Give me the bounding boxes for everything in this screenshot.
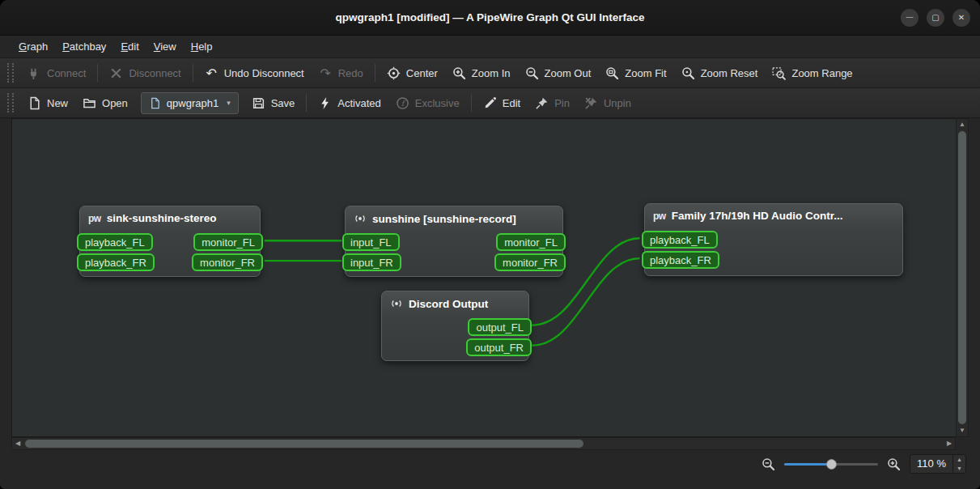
graph-canvas[interactable]: pw sink-sunshine-stereo playback_FL play… [11, 118, 956, 437]
toolbar-file: New Open qpwgraph1 ▾ Save [0, 88, 980, 118]
toolbar-separator [97, 64, 98, 82]
vertical-scrollbar[interactable]: ▲ ▼ [956, 118, 969, 437]
chevron-down-icon: ▾ [227, 99, 231, 107]
menu-help[interactable]: Help [184, 36, 220, 57]
vertical-scrollbar-thumb[interactable] [958, 131, 966, 424]
spin-up-arrow[interactable]: ▲ [953, 455, 965, 464]
unpin-button[interactable]: Unpin [577, 91, 638, 114]
save-button[interactable]: Save [244, 91, 303, 114]
menu-edit[interactable]: Edit [113, 36, 146, 57]
center-button[interactable]: Center [380, 62, 445, 84]
disconnect-button[interactable]: Disconnect [102, 62, 188, 84]
toolbar-drag-handle[interactable] [7, 93, 14, 113]
scroll-up-arrow[interactable]: ▲ [957, 119, 968, 130]
node-title-text: sunshine [sunshine-record] [372, 213, 516, 225]
zoom-range-button[interactable]: Zoom Range [765, 62, 859, 84]
new-button[interactable]: New [20, 91, 75, 114]
horizontal-scrollbar-thumb[interactable] [25, 440, 583, 448]
port-monitor_FL[interactable]: monitor_FL [496, 233, 566, 251]
node-family-hd-audio[interactable]: pw Family 17h/19h HD Audio Contr... play… [644, 203, 903, 276]
zoom-slider-handle[interactable] [826, 459, 837, 470]
zoom-reset-button[interactable]: Zoom Reset [674, 62, 766, 84]
zoom-slider[interactable] [784, 457, 878, 471]
menu-graph[interactable]: Graph [11, 36, 55, 57]
zoom-range-icon [772, 66, 786, 80]
edit-pencil-icon [483, 96, 497, 110]
center-icon [387, 66, 401, 80]
port-input_FR[interactable]: input_FR [342, 253, 401, 271]
undo-label: Undo Disconnect [224, 67, 304, 79]
zoom-out-label: Zoom Out [545, 67, 592, 79]
disconnect-icon [109, 66, 123, 80]
port-input_FL[interactable]: input_FL [342, 233, 400, 251]
zoom-fit-button[interactable]: Zoom Fit [598, 62, 673, 84]
titlebar[interactable]: qpwgraph1 [modified] — A PipeWire Graph … [0, 0, 980, 36]
unpin-icon [584, 96, 598, 110]
unpin-label: Unpin [604, 97, 631, 109]
spinbox-arrows: ▲ ▼ [952, 455, 965, 473]
close-button[interactable]: ✕ [952, 9, 970, 27]
node-title: pw Family 17h/19h HD Audio Contr... [645, 204, 902, 222]
connect-button[interactable]: Connect [20, 62, 93, 84]
maximize-button[interactable]: ▢ [927, 9, 944, 27]
port-playback_FL[interactable]: playback_FL [642, 231, 718, 249]
zoom-in-button[interactable]: Zoom In [445, 62, 518, 84]
pipewire-icon: pw [653, 210, 666, 222]
maximize-icon: ▢ [931, 14, 939, 22]
port-playback_FR[interactable]: playback_FR [77, 253, 155, 271]
scroll-right-arrow[interactable]: ▶ [944, 438, 955, 449]
port-monitor_FR[interactable]: monitor_FR [494, 253, 566, 271]
connect-icon [28, 66, 41, 80]
scrollbar-corner [956, 437, 969, 450]
save-icon [252, 96, 265, 110]
zoom-fit-label: Zoom Fit [625, 67, 666, 79]
zoom-spinbox[interactable]: 110 % ▲ ▼ [910, 454, 966, 474]
port-output_FL[interactable]: output_FL [468, 318, 532, 336]
open-button[interactable]: Open [75, 91, 135, 114]
zoom-in-small-icon[interactable] [887, 457, 901, 471]
zoom-range-label: Zoom Range [791, 67, 852, 79]
scroll-left-arrow[interactable]: ◀ [12, 438, 23, 449]
open-label: Open [102, 97, 128, 109]
node-title-text: Family 17h/19h HD Audio Contr... [672, 210, 843, 222]
spin-down-arrow[interactable]: ▼ [953, 464, 965, 473]
edit-button[interactable]: Edit [476, 91, 528, 114]
pin-label: Pin [554, 97, 570, 109]
session-combo[interactable]: qpwgraph1 ▾ [141, 92, 239, 114]
zoom-value[interactable]: 110 % [910, 455, 952, 473]
activated-button[interactable]: Activated [311, 91, 388, 114]
node-title: pw sink-sunshine-stereo [80, 206, 260, 224]
scroll-down-arrow[interactable]: ▼ [957, 425, 968, 436]
port-playback_FL[interactable]: playback_FL [77, 233, 153, 251]
node-title-text: sink-sunshine-stereo [107, 212, 217, 224]
undo-disconnect-button[interactable]: ↶ Undo Disconnect [197, 62, 312, 84]
horizontal-scrollbar[interactable]: ◀ ▶ [11, 437, 956, 450]
zoom-out-button[interactable]: Zoom Out [518, 62, 599, 84]
session-combo-value: qpwgraph1 [167, 97, 218, 109]
node-title: Discord Output [382, 291, 528, 310]
activated-label: Activated [337, 97, 380, 109]
zoom-in-icon [452, 66, 466, 80]
new-file-icon [28, 96, 41, 110]
toolbar-drag-handle[interactable] [7, 63, 14, 83]
redo-button[interactable]: ↷ Redo [312, 62, 371, 84]
port-output_FR[interactable]: output_FR [466, 338, 532, 356]
menu-view[interactable]: View [146, 36, 184, 57]
node-sink-sunshine-stereo[interactable]: pw sink-sunshine-stereo playback_FL play… [79, 206, 261, 277]
port-monitor_FL[interactable]: monitor_FL [193, 233, 263, 251]
zoom-out-small-icon[interactable] [762, 457, 775, 471]
menubar: Graph Patchbay Edit View Help [0, 36, 980, 58]
node-discord-output[interactable]: Discord Output output_FL output_FR [381, 291, 529, 361]
toolbar-separator [306, 94, 307, 112]
port-monitor_FR[interactable]: monitor_FR [192, 253, 263, 271]
toolbar-separator [193, 64, 193, 82]
session-file-icon [149, 97, 161, 109]
pin-button[interactable]: Pin [528, 91, 577, 114]
node-sunshine-record[interactable]: sunshine [sunshine-record] input_FL inpu… [345, 206, 563, 277]
minimize-icon: — [906, 14, 914, 21]
port-playback_FR[interactable]: playback_FR [642, 251, 719, 269]
minimize-button[interactable]: — [901, 9, 918, 27]
new-label: New [47, 97, 68, 109]
menu-patchbay[interactable]: Patchbay [55, 36, 113, 57]
exclusive-button[interactable]: f Exclusive [388, 91, 467, 114]
